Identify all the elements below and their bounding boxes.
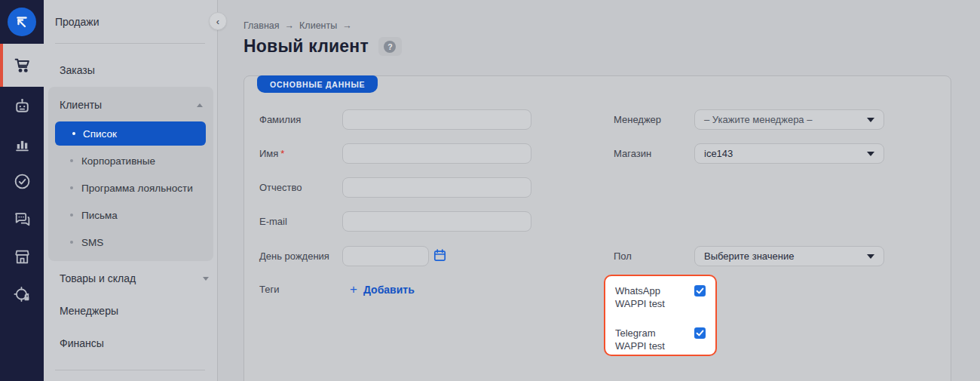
breadcrumb-separator: → bbox=[285, 20, 295, 31]
telegram-checkbox-row[interactable]: Telegram WAPPI test bbox=[615, 327, 706, 352]
checkbox-checked-icon[interactable] bbox=[694, 327, 706, 339]
rail-item-automation[interactable] bbox=[0, 275, 44, 313]
breadcrumb-separator: → bbox=[342, 20, 352, 31]
calendar-icon bbox=[433, 249, 446, 262]
menu-item-clients[interactable]: Клиенты bbox=[48, 94, 213, 115]
submenu-item-corporate[interactable]: Корпоративные bbox=[48, 150, 213, 171]
bullet-icon bbox=[70, 214, 73, 217]
menu-item-finance[interactable]: Финансы bbox=[60, 333, 104, 354]
bullet-icon bbox=[70, 186, 73, 189]
whatsapp-checkbox-row[interactable]: WhatsApp WAPPI test bbox=[615, 284, 706, 310]
breadcrumb-clients[interactable]: Клиенты bbox=[299, 20, 337, 31]
rail-item-analytics[interactable] bbox=[0, 124, 44, 162]
add-tag-link[interactable]: + Добавить bbox=[350, 283, 415, 296]
app-logo[interactable] bbox=[0, 0, 44, 44]
patronymic-label: Отчество bbox=[259, 177, 302, 198]
chevron-up-icon bbox=[197, 103, 203, 107]
rail-item-bots[interactable] bbox=[0, 87, 44, 124]
logo-circle bbox=[8, 8, 36, 36]
manager-label: Менеджер bbox=[614, 109, 661, 130]
clients-group: Клиенты Список Корпоративные Программа л… bbox=[48, 87, 213, 261]
app-window: Продажи Заказы Клиенты Список Корпоратив… bbox=[0, 0, 980, 381]
shop-select[interactable]: ice143 bbox=[694, 143, 884, 164]
robot-icon bbox=[13, 97, 32, 115]
caret-down-icon bbox=[867, 152, 874, 156]
main-card: ОСНОВНЫЕ ДАННЫЕ Фамилия Имя* Отчество E-… bbox=[243, 75, 951, 381]
active-indicator bbox=[0, 44, 3, 87]
chat-icon bbox=[13, 210, 32, 229]
storefront-icon bbox=[13, 247, 32, 266]
plus-icon: + bbox=[350, 283, 357, 296]
caret-down-icon bbox=[867, 118, 874, 122]
bullet-icon bbox=[72, 132, 75, 135]
surname-label: Фамилия bbox=[259, 109, 301, 130]
rail-item-chats[interactable] bbox=[0, 200, 44, 238]
chevron-down-icon bbox=[203, 277, 209, 281]
help-button[interactable]: ? bbox=[378, 37, 402, 56]
patronymic-input[interactable] bbox=[342, 177, 531, 198]
gender-label: Пол bbox=[614, 246, 632, 266]
menu-item-orders[interactable]: Заказы bbox=[60, 60, 95, 81]
required-asterisk: * bbox=[280, 148, 284, 159]
submenu-item-list-selected[interactable]: Список bbox=[55, 121, 206, 146]
bullet-icon bbox=[70, 159, 73, 162]
menu-item-managers[interactable]: Менеджеры bbox=[60, 300, 118, 321]
manager-select[interactable]: – Укажите менеджера – bbox=[694, 109, 884, 130]
tags-label: Теги bbox=[259, 279, 279, 300]
surname-input[interactable] bbox=[342, 109, 531, 130]
menu-item-products[interactable]: Товары и склад bbox=[60, 268, 209, 289]
bar-chart-icon bbox=[13, 134, 32, 153]
name-input[interactable] bbox=[342, 143, 531, 164]
menu-divider bbox=[55, 43, 205, 44]
check-circle-icon bbox=[13, 172, 32, 191]
checkbox-checked-icon[interactable] bbox=[694, 285, 706, 297]
calendar-button[interactable] bbox=[433, 249, 447, 263]
submenu-item-loyalty[interactable]: Программа лояльности bbox=[48, 177, 213, 198]
name-label: Имя* bbox=[259, 143, 284, 164]
shop-label: Магазин bbox=[614, 143, 651, 164]
icon-rail bbox=[0, 0, 44, 381]
rail-item-marketplace[interactable] bbox=[0, 238, 44, 275]
tab-main-data[interactable]: ОСНОВНЫЕ ДАННЫЕ bbox=[257, 75, 378, 93]
menu-divider bbox=[55, 370, 205, 370]
breadcrumb: Главная → Клиенты → bbox=[243, 20, 352, 31]
submenu-item-letters[interactable]: Письма bbox=[48, 204, 213, 226]
cart-icon bbox=[13, 56, 32, 75]
rail-item-sales[interactable] bbox=[0, 44, 44, 87]
telegram-label: Telegram WAPPI test bbox=[615, 327, 688, 352]
gender-select[interactable]: Выберите значение bbox=[694, 246, 884, 266]
page-title: Новый клиент bbox=[243, 36, 369, 57]
submenu-item-sms[interactable]: SMS bbox=[48, 232, 213, 253]
integrations-highlight-panel: WhatsApp WAPPI test Telegram WAPPI test bbox=[604, 275, 717, 356]
whatsapp-label: WhatsApp WAPPI test bbox=[615, 284, 688, 310]
birthday-input[interactable] bbox=[342, 246, 429, 266]
bullet-icon bbox=[70, 241, 73, 244]
birthday-label: День рождения bbox=[259, 246, 329, 266]
title-row: Новый клиент ? bbox=[243, 36, 402, 57]
rail-item-tasks[interactable] bbox=[0, 162, 44, 200]
email-label: E-mail bbox=[259, 211, 287, 232]
email-input[interactable] bbox=[342, 211, 531, 232]
arrow-logo-icon bbox=[14, 14, 30, 30]
breadcrumb-home[interactable]: Главная bbox=[243, 20, 280, 31]
question-icon: ? bbox=[384, 41, 396, 53]
menu-section-title: Продажи bbox=[55, 16, 99, 28]
target-lock-icon bbox=[13, 285, 32, 304]
collapse-sidebar-button[interactable]: ‹ bbox=[209, 12, 227, 30]
caret-down-icon bbox=[867, 254, 874, 259]
menu-sidebar: Продажи Заказы Клиенты Список Корпоратив… bbox=[44, 0, 218, 381]
